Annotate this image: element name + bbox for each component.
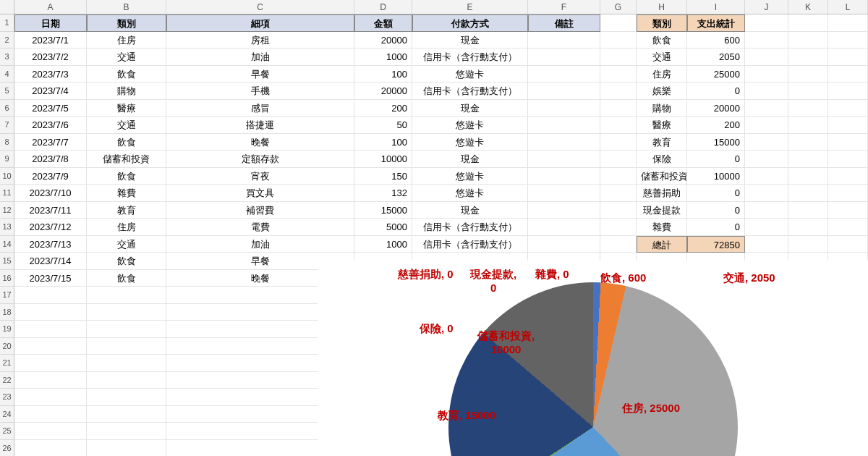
cell-G5[interactable] <box>600 83 637 100</box>
cell-A21[interactable] <box>14 355 87 372</box>
cell-K11[interactable] <box>788 185 828 202</box>
cell-E7[interactable]: 悠遊卡 <box>412 117 528 134</box>
cell-C13[interactable]: 電費 <box>166 219 354 236</box>
cell-K14[interactable] <box>788 236 828 253</box>
cell-D4[interactable]: 100 <box>354 66 412 83</box>
cell-B26[interactable] <box>87 440 166 457</box>
cell-I4[interactable]: 25000 <box>687 66 745 83</box>
cell-E5[interactable]: 信用卡（含行動支付） <box>412 83 528 100</box>
cell-D9[interactable]: 10000 <box>354 151 412 168</box>
cell-B18[interactable] <box>87 304 166 321</box>
cell-B6[interactable]: 醫療 <box>87 100 166 117</box>
cell-F13[interactable] <box>528 219 600 236</box>
cell-B7[interactable]: 交通 <box>87 117 166 134</box>
row-header-22[interactable]: 22 <box>0 372 14 389</box>
cell-D2[interactable]: 20000 <box>354 32 412 49</box>
cell-C10[interactable]: 宵夜 <box>166 168 354 185</box>
cell-K1[interactable] <box>788 14 828 32</box>
cell-J8[interactable] <box>745 134 788 151</box>
row-header-21[interactable]: 21 <box>0 355 14 372</box>
cell-K8[interactable] <box>788 134 828 151</box>
spreadsheet[interactable]: ABCDEFGHIJKL 1日期類別細項金額付款方式備註類別支出統計22023/… <box>0 0 868 456</box>
cell-A15[interactable]: 2023/7/14 <box>14 253 87 270</box>
col-header-H[interactable]: H <box>637 0 687 14</box>
cell-C12[interactable]: 補習費 <box>166 202 354 219</box>
row-header-10[interactable]: 10 <box>0 168 14 185</box>
cell-I13[interactable]: 0 <box>687 219 745 236</box>
cell-G9[interactable] <box>600 151 637 168</box>
cell-E3[interactable]: 信用卡（含行動支付） <box>412 48 528 66</box>
cell-A16[interactable]: 2023/7/15 <box>14 270 87 287</box>
cell-L3[interactable] <box>828 48 868 66</box>
cell-E6[interactable]: 現金 <box>412 100 528 117</box>
cell-J11[interactable] <box>745 185 788 202</box>
cell-K6[interactable] <box>788 100 828 117</box>
cell-G10[interactable] <box>600 168 637 185</box>
cell-F5[interactable] <box>528 83 600 100</box>
cell-I3[interactable]: 2050 <box>687 48 745 66</box>
cell-C8[interactable]: 晚餐 <box>166 134 354 151</box>
pie-chart[interactable]: 慈善捐助, 0現金提款,0雜費, 0飲食, 600交通, 2050保險, 0儲蓄… <box>318 261 868 456</box>
cell-B20[interactable] <box>87 338 166 355</box>
cell-K7[interactable] <box>788 117 828 134</box>
row-header-14[interactable]: 14 <box>0 236 14 253</box>
cell-D5[interactable]: 20000 <box>354 83 412 100</box>
cell-C7[interactable]: 搭捷運 <box>166 117 354 134</box>
row-header-11[interactable]: 11 <box>0 185 14 202</box>
cell-B21[interactable] <box>87 355 166 372</box>
cell-B10[interactable]: 飲食 <box>87 168 166 185</box>
cell-F10[interactable] <box>528 168 600 185</box>
cell-K9[interactable] <box>788 151 828 168</box>
cell-B19[interactable] <box>87 321 166 338</box>
cell-L4[interactable] <box>828 66 868 83</box>
cell-F14[interactable] <box>528 236 600 253</box>
cell-C9[interactable]: 定額存款 <box>166 151 354 168</box>
cell-K13[interactable] <box>788 219 828 236</box>
cell-J14[interactable] <box>745 236 788 253</box>
row-header-16[interactable]: 16 <box>0 270 14 287</box>
cell-I2[interactable]: 600 <box>687 32 745 49</box>
cell-A18[interactable] <box>14 304 87 321</box>
cell-J12[interactable] <box>745 202 788 219</box>
cell-A2[interactable]: 2023/7/1 <box>14 32 87 49</box>
row-header-6[interactable]: 6 <box>0 100 14 117</box>
cell-J10[interactable] <box>745 168 788 185</box>
cell-J3[interactable] <box>745 48 788 66</box>
cell-B14[interactable]: 交通 <box>87 236 166 253</box>
cell-B8[interactable]: 飲食 <box>87 134 166 151</box>
cell-K5[interactable] <box>788 83 828 100</box>
cell-D10[interactable]: 150 <box>354 168 412 185</box>
cell-I14[interactable]: 72850 <box>687 236 745 253</box>
cell-C11[interactable]: 買文具 <box>166 185 354 202</box>
row-header-18[interactable]: 18 <box>0 304 14 321</box>
row-header-5[interactable]: 5 <box>0 83 14 100</box>
col-header-F[interactable]: F <box>528 0 600 14</box>
col-header-C[interactable]: C <box>166 0 354 14</box>
cell-C5[interactable]: 手機 <box>166 83 354 100</box>
cell-C6[interactable]: 感冒 <box>166 100 354 117</box>
cell-H5[interactable]: 娛樂 <box>637 83 687 100</box>
cell-H8[interactable]: 教育 <box>637 134 687 151</box>
row-header-23[interactable]: 23 <box>0 389 14 406</box>
cell-B12[interactable]: 教育 <box>87 202 166 219</box>
cell-C1[interactable]: 細項 <box>166 14 354 32</box>
cell-K12[interactable] <box>788 202 828 219</box>
col-header-J[interactable]: J <box>745 0 788 14</box>
cell-D12[interactable]: 15000 <box>354 202 412 219</box>
cell-B3[interactable]: 交通 <box>87 48 166 66</box>
cell-A25[interactable] <box>14 423 87 440</box>
cell-I1[interactable]: 支出統計 <box>687 14 745 32</box>
cell-B16[interactable]: 飲食 <box>87 270 166 287</box>
row-header-7[interactable]: 7 <box>0 117 14 134</box>
cell-A17[interactable] <box>14 287 87 304</box>
cell-A4[interactable]: 2023/7/3 <box>14 66 87 83</box>
cell-H13[interactable]: 雜費 <box>637 219 687 236</box>
cell-A6[interactable]: 2023/7/5 <box>14 100 87 117</box>
cell-B15[interactable]: 飲食 <box>87 253 166 270</box>
row-header-26[interactable]: 26 <box>0 440 14 457</box>
cell-C3[interactable]: 加油 <box>166 48 354 66</box>
cell-F9[interactable] <box>528 151 600 168</box>
cell-D8[interactable]: 100 <box>354 134 412 151</box>
cell-K3[interactable] <box>788 48 828 66</box>
cell-B11[interactable]: 雜費 <box>87 185 166 202</box>
